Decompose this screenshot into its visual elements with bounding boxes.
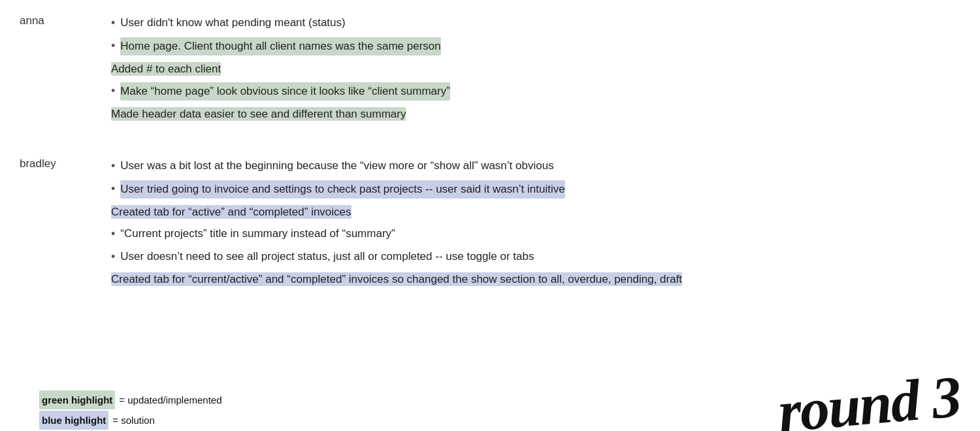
legend-area: green highlight = updated/implemented bl…: [39, 391, 222, 431]
list-item: • User didn't know what pending meant (s…: [111, 13, 980, 33]
bradley-solution-2: Created tab for “current/active” and “co…: [111, 272, 682, 286]
bradley-item-3: “Current projects” title in summary inst…: [120, 225, 395, 242]
bullet-icon: •: [111, 180, 115, 198]
list-item: Added # to each client: [111, 59, 980, 79]
blue-highlight-text: = solution: [112, 411, 155, 429]
bradley-solution-1: Created tab for “active” and “completed”…: [111, 205, 351, 219]
list-item: • User doesn’t need to see all project s…: [111, 247, 980, 267]
bullet-icon: •: [111, 37, 115, 55]
anna-items: • User didn't know what pending meant (s…: [111, 13, 980, 123]
list-item: • Make “home page” look obvious since it…: [111, 81, 980, 102]
anna-solution-2: Made header data easier to see and diffe…: [111, 107, 406, 121]
green-highlight-label: green highlight: [39, 391, 115, 409]
legend-blue: blue highlight = solution: [39, 411, 222, 430]
list-item: Created tab for “active” and “completed”…: [111, 202, 980, 222]
list-item: • “Current projects” title in summary in…: [111, 224, 980, 244]
bradley-label: bradley: [20, 156, 111, 289]
anna-item-1: User didn't know what pending meant (sta…: [120, 14, 345, 31]
list-item: Created tab for “current/active” and “co…: [111, 270, 980, 289]
bullet-icon: •: [111, 248, 115, 266]
bullet-icon: •: [111, 157, 115, 175]
anna-item-2: Home page. Client thought all client nam…: [120, 37, 440, 56]
bullet-icon: •: [111, 14, 115, 32]
round-label: round 3: [776, 362, 963, 431]
page-wrapper: anna • User didn't know what pending mea…: [20, 13, 980, 431]
bradley-item-4: User doesn’t need to see all project sta…: [120, 248, 534, 265]
bullet-icon: •: [111, 82, 115, 100]
bradley-items: • User was a bit lost at the beginning b…: [111, 156, 980, 289]
list-item: Made header data easier to see and diffe…: [111, 104, 980, 124]
legend-green: green highlight = updated/implemented: [39, 391, 222, 409]
anna-solution-1: Added # to each client: [111, 62, 221, 76]
green-highlight-text: = updated/implemented: [119, 391, 221, 409]
bradley-section: bradley • User was a bit lost at the beg…: [20, 156, 980, 289]
list-item: • Home page. Client thought all client n…: [111, 36, 980, 57]
main-content: anna • User didn't know what pending mea…: [20, 13, 980, 309]
anna-item-3: Make “home page” look obvious since it l…: [120, 82, 450, 101]
blue-highlight-label: blue highlight: [39, 411, 108, 430]
anna-label: anna: [20, 13, 111, 123]
bradley-item-2: User tried going to invoice and settings…: [120, 180, 564, 199]
list-item: • User was a bit lost at the beginning b…: [111, 156, 980, 176]
bradley-item-1: User was a bit lost at the beginning bec…: [120, 157, 553, 174]
bullet-icon: •: [111, 225, 115, 243]
list-item: • User tried going to invoice and settin…: [111, 179, 980, 200]
anna-section: anna • User didn't know what pending mea…: [20, 13, 980, 123]
